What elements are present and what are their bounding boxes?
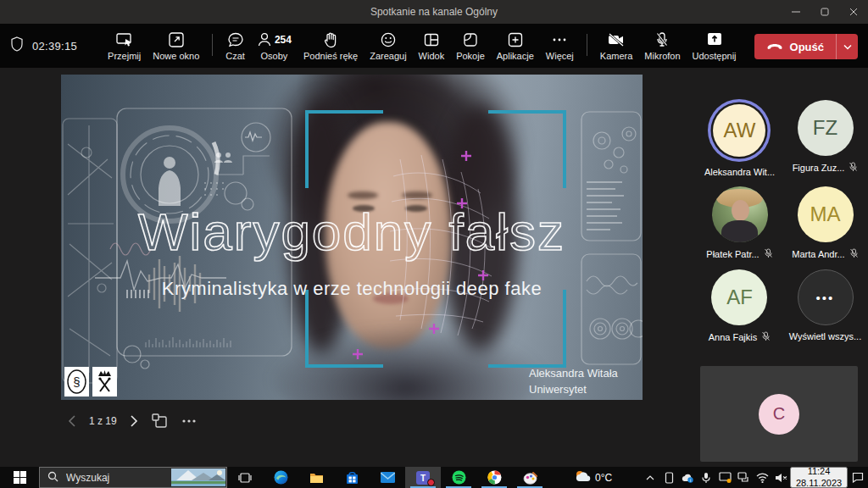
people-icon: 254 (257, 30, 292, 49)
react-smiley-icon (380, 30, 397, 49)
leave-button-group: Opuść (754, 34, 858, 59)
camera-off-icon (607, 30, 626, 49)
search-input[interactable] (64, 471, 156, 485)
titlebar: Spotkanie na kanale Ogólny (0, 0, 868, 24)
leave-button[interactable]: Opuść (754, 34, 836, 59)
participant-name: Figura Zuz... (793, 163, 845, 173)
new-window-button[interactable]: Nowe okno (147, 29, 205, 63)
mail-icon[interactable] (370, 467, 405, 488)
share-button[interactable]: Udostępnij (687, 29, 743, 63)
toolbar-separator (587, 34, 587, 56)
close-button[interactable] (839, 0, 868, 24)
participant-tile[interactable]: AF Anna Fajkis (709, 269, 771, 343)
meeting-toolbar: 02:39:15 Przejmij Nowe okno Czat 254 Oso… (0, 24, 868, 68)
next-slide-button[interactable] (131, 415, 138, 427)
apps-button[interactable]: Aplikacje (491, 29, 540, 63)
search-highlight-image[interactable] (171, 469, 225, 488)
slide-author: Aleksandra Witała (529, 366, 643, 382)
react-button[interactable]: Zareaguj (364, 29, 412, 63)
tray-chevron-up-icon[interactable] (641, 467, 659, 488)
action-center-icon[interactable] (848, 467, 868, 488)
weather-cloud-icon (575, 470, 591, 485)
file-explorer-icon[interactable] (298, 467, 334, 488)
clock-time: 11:24 (808, 466, 831, 477)
slide-affiliation: Uniwersytet Jagielloński (529, 382, 643, 400)
participant-tile[interactable]: FZ Figura Zuz... (793, 100, 859, 177)
spotify-icon[interactable] (441, 467, 476, 488)
slide-subtitle: Kryminalistyka w erze technologii deep f… (61, 278, 643, 300)
participant-tile[interactable]: MA Marta Andr... (792, 186, 858, 260)
ethernet-icon[interactable] (734, 467, 753, 488)
start-button[interactable] (0, 467, 39, 488)
show-all-participants-tile[interactable]: ••• Wyświetl wszys... (789, 269, 861, 343)
participant-name: Płatek Patr... (706, 249, 759, 259)
mic-off-icon (654, 30, 670, 49)
previous-slide-button[interactable] (68, 415, 75, 427)
camera-button[interactable]: Kamera (594, 29, 639, 63)
your-phone-icon[interactable] (659, 467, 678, 488)
paint3d-icon[interactable] (512, 467, 548, 488)
forensics-society-logo: § (64, 367, 89, 396)
toolbar-separator (212, 34, 213, 56)
muted-mic-icon (849, 248, 859, 260)
raise-hand-button[interactable]: Podnieś rękę (298, 29, 364, 63)
view-button[interactable]: Widok (413, 29, 451, 63)
participant-name: Marta Andr... (792, 249, 844, 259)
meeting-stage: Wiarygodny fałsz Kryminalistyka w erze t… (0, 68, 868, 467)
toolbar-right: Kamera Mikrofon Udostępnij Opuść (594, 29, 868, 63)
participant-name: Aleksandra Wit... (704, 167, 775, 177)
slide-page-indicator: 1 z 19 (89, 415, 117, 427)
jagiellonian-university-logo (92, 367, 117, 396)
muted-mic-icon (849, 162, 858, 174)
muted-mic-icon (761, 331, 771, 343)
search-icon (47, 470, 58, 485)
slide-more-options-button[interactable] (181, 419, 197, 424)
rooms-button[interactable]: Pokoje (450, 29, 491, 63)
view-grid-icon (423, 30, 440, 49)
apps-plus-icon (507, 30, 524, 49)
maximize-button[interactable] (810, 0, 839, 24)
hangup-phone-icon (766, 41, 783, 53)
taskbar-clock[interactable]: 11:24 28.11.2023 (790, 467, 848, 488)
muted-mic-icon (764, 248, 773, 260)
rooms-icon (462, 30, 479, 49)
task-view-button[interactable] (227, 467, 263, 488)
shield-icon (10, 36, 24, 55)
microphone-button[interactable]: Mikrofon (638, 29, 686, 63)
clock-date: 28.11.2023 (796, 478, 842, 488)
leave-options-chevron[interactable] (836, 34, 858, 59)
slide-grid-view-button[interactable] (152, 413, 168, 429)
meeting-timer: 02:39:15 (32, 40, 77, 53)
toolbar-center: Przejmij Nowe okno Czat 254 Osoby Podnie… (102, 29, 594, 63)
cast-screen-icon[interactable] (715, 467, 734, 488)
slide-title: Wiarygodny fałsz (61, 202, 643, 262)
microsoft-store-icon[interactable] (334, 467, 370, 488)
svg-text:T: T (420, 474, 426, 483)
taskbar-search[interactable] (39, 467, 227, 488)
more-button[interactable]: Więcej (540, 29, 580, 63)
participant-name: Anna Fajkis (709, 332, 757, 342)
people-button[interactable]: 254 Osoby (251, 29, 298, 63)
tray-microphone-icon[interactable] (697, 467, 715, 488)
toolbar-left: 02:39:15 (0, 36, 102, 55)
teams-icon[interactable]: T (405, 467, 441, 488)
teams-meeting-window: Spotkanie na kanale Ogólny 02:39:15 Prze… (0, 0, 868, 488)
edge-icon[interactable] (263, 467, 298, 488)
chrome-icon[interactable] (476, 467, 512, 488)
participant-tile[interactable]: Płatek Patr... (706, 186, 772, 260)
volume-muted-icon[interactable] (771, 467, 790, 488)
participant-tile[interactable]: AW Aleksandra Wit... (704, 100, 775, 177)
chat-button[interactable]: Czat (220, 29, 251, 63)
slide-logos: § (64, 367, 117, 396)
minimize-button[interactable] (782, 0, 810, 24)
onedrive-icon[interactable]: i (678, 467, 697, 488)
self-video-tile[interactable]: C (700, 366, 858, 462)
take-control-button[interactable]: Przejmij (102, 29, 147, 63)
participants-panel: AW Aleksandra Wit... FZ Figura Zuz... Pł… (697, 100, 868, 343)
avatar: FZ (798, 100, 854, 156)
more-dots-icon (551, 30, 568, 49)
wifi-icon[interactable] (753, 467, 771, 488)
weather-widget[interactable]: 0°C (570, 467, 617, 488)
avatar: AW (713, 104, 765, 157)
system-tray: i 11:24 28.11.2023 (641, 467, 868, 488)
